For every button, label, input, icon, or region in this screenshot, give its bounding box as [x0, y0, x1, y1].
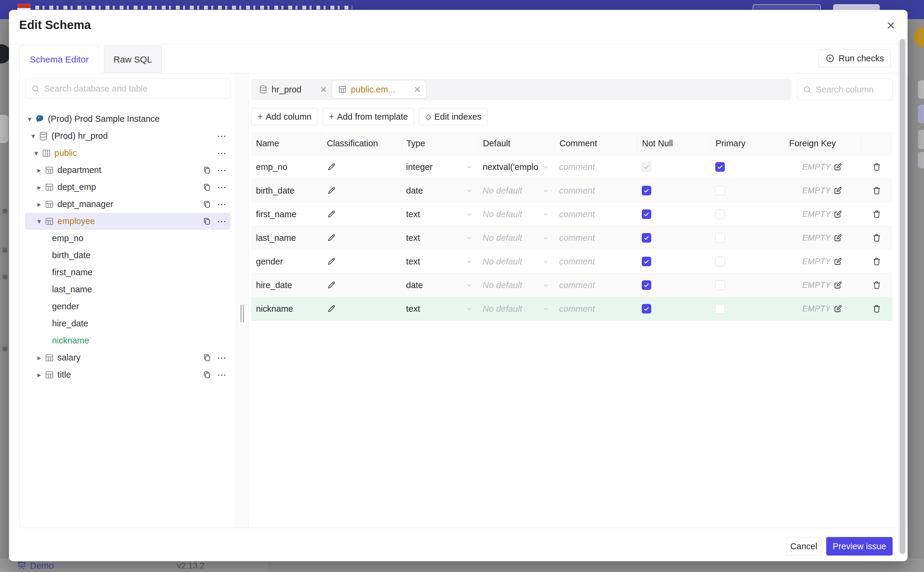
comment-input[interactable]: comment [554, 155, 637, 179]
comment-input[interactable]: comment [554, 226, 637, 250]
more-actions-icon[interactable]: ⋯ [217, 370, 227, 380]
default-select[interactable]: No default [478, 202, 554, 226]
edit-foreign-key-icon[interactable] [833, 304, 843, 314]
tree-item-emp-no[interactable]: emp_no [25, 230, 230, 247]
copy-icon[interactable] [202, 182, 212, 193]
delete-column-icon[interactable] [872, 280, 882, 290]
tree-item-gender[interactable]: gender [25, 298, 230, 315]
column-name-cell[interactable]: last_name [251, 226, 322, 250]
more-actions-icon[interactable]: ⋯ [217, 216, 227, 227]
more-actions-icon[interactable]: ⋯ [217, 131, 227, 141]
chevron-right-icon[interactable]: ▸ [35, 183, 43, 191]
more-actions-icon[interactable]: ⋯ [217, 199, 227, 210]
tab-chip-public-employee[interactable]: public.em... ✕ [332, 81, 426, 98]
delete-column-icon[interactable] [872, 185, 882, 196]
column-name-cell[interactable]: birth_date [251, 179, 322, 202]
copy-icon[interactable] [202, 353, 212, 363]
tab-schema-editor[interactable]: Schema Editor [19, 45, 99, 73]
tree-item-nickname[interactable]: nickname [25, 332, 230, 349]
preview-issue-button[interactable]: Preview issue [826, 537, 893, 556]
chevron-down-icon[interactable]: ▾ [26, 115, 34, 123]
comment-input[interactable]: comment [554, 250, 637, 273]
delete-column-icon[interactable] [872, 304, 882, 314]
column-name-cell[interactable]: hire_date [251, 274, 322, 297]
type-select[interactable]: text [401, 202, 478, 226]
close-tab-icon[interactable]: ✕ [414, 85, 421, 95]
more-actions-icon[interactable]: ⋯ [217, 165, 227, 176]
tree-item-first-name[interactable]: first_name [25, 264, 230, 281]
tree-item-dept-manager[interactable]: ▸dept_manager⋯ [25, 196, 230, 213]
tree-item-hire-date[interactable]: hire_date [25, 315, 230, 332]
tree-item-public[interactable]: ▾public⋯ [25, 145, 230, 162]
edit-classification-icon[interactable] [327, 233, 336, 242]
primary-checkbox[interactable] [715, 210, 725, 219]
default-select[interactable]: No default [478, 250, 554, 273]
primary-checkbox[interactable] [715, 233, 725, 242]
column-name-cell[interactable]: emp_no [251, 155, 322, 179]
close-button[interactable] [884, 18, 898, 33]
tree-item-title[interactable]: ▸title⋯ [25, 366, 230, 383]
type-select[interactable]: integer [401, 155, 478, 179]
chevron-right-icon[interactable]: ▸ [35, 166, 43, 174]
delete-column-icon[interactable] [872, 162, 882, 172]
type-select[interactable]: text [401, 226, 478, 250]
edit-classification-icon[interactable] [327, 280, 336, 290]
edit-classification-icon[interactable] [327, 304, 336, 314]
more-actions-icon[interactable]: ⋯ [217, 182, 227, 193]
copy-icon[interactable] [202, 165, 212, 176]
primary-checkbox[interactable] [715, 257, 725, 266]
more-actions-icon[interactable]: ⋯ [217, 148, 227, 159]
tree-item-salary[interactable]: ▸salary⋯ [25, 349, 230, 366]
edit-classification-icon[interactable] [327, 210, 336, 219]
tree-item-birth-date[interactable]: birth_date [25, 247, 230, 264]
primary-checkbox[interactable] [715, 304, 725, 314]
default-select[interactable]: No default [478, 226, 554, 250]
not-null-checkbox[interactable] [642, 257, 651, 266]
default-select[interactable]: No default [478, 274, 554, 297]
not-null-checkbox[interactable] [642, 210, 651, 219]
not-null-checkbox[interactable] [642, 233, 651, 242]
more-actions-icon[interactable]: ⋯ [217, 353, 227, 363]
edit-foreign-key-icon[interactable] [833, 162, 843, 172]
default-select[interactable]: No default [478, 179, 554, 202]
tree-item-hr-prod[interactable]: ▾(Prod) hr_prod⋯ [25, 127, 230, 145]
type-select[interactable]: date [401, 179, 478, 202]
add-column-button[interactable]: + Add column [251, 108, 318, 125]
type-select[interactable]: text [401, 250, 478, 273]
dialog-scrollbar-thumb[interactable] [900, 39, 905, 554]
panel-resize-divider[interactable] [236, 73, 249, 528]
edit-classification-icon[interactable] [327, 186, 336, 195]
copy-icon[interactable] [202, 216, 212, 227]
primary-checkbox[interactable] [715, 280, 725, 290]
database-search-input[interactable] [44, 79, 223, 98]
chevron-down-icon[interactable]: ▾ [32, 149, 40, 157]
chevron-right-icon[interactable]: ▸ [35, 354, 43, 362]
comment-input[interactable]: comment [554, 179, 637, 202]
column-name-cell[interactable]: nickname [251, 297, 322, 320]
copy-icon[interactable] [202, 199, 212, 210]
tree-item-dept-emp[interactable]: ▸dept_emp⋯ [25, 179, 230, 196]
primary-checkbox[interactable] [715, 186, 725, 195]
edit-classification-icon[interactable] [327, 257, 336, 266]
default-select[interactable]: nextval('employ [478, 155, 554, 179]
edit-classification-icon[interactable] [327, 162, 336, 172]
tree-item-prod-sample-instance[interactable]: ▾(Prod) Prod Sample Instance [25, 110, 230, 127]
edit-indexes-button[interactable]: ◇ Edit indexes [419, 108, 488, 125]
type-select[interactable]: date [401, 274, 478, 297]
add-from-template-button[interactable]: + Add from template [322, 108, 414, 125]
tree-item-department[interactable]: ▸department⋯ [25, 162, 230, 179]
copy-icon[interactable] [202, 370, 212, 380]
chevron-down-icon[interactable]: ▾ [29, 132, 37, 140]
edit-foreign-key-icon[interactable] [833, 280, 843, 290]
column-name-cell[interactable]: first_name [251, 202, 322, 226]
tree-item-last-name[interactable]: last_name [25, 281, 230, 298]
default-select[interactable]: No default [478, 297, 554, 320]
chevron-right-icon[interactable]: ▸ [35, 200, 43, 208]
not-null-checkbox[interactable] [642, 280, 651, 290]
type-select[interactable]: text [401, 297, 478, 320]
not-null-checkbox[interactable] [642, 304, 651, 314]
comment-input[interactable]: comment [554, 202, 637, 226]
edit-foreign-key-icon[interactable] [833, 233, 843, 242]
run-checks-button[interactable]: Run checks [819, 49, 891, 67]
column-search-input[interactable] [816, 79, 888, 100]
